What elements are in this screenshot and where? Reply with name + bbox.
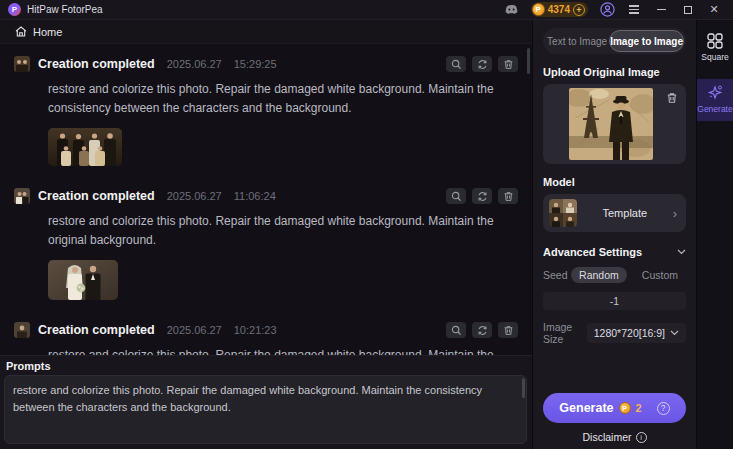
main-area: Home Creation completed 2025.06.27 15:29…	[0, 20, 533, 449]
preview-button[interactable]	[446, 56, 466, 72]
minimize-button[interactable]	[653, 2, 669, 18]
model-value: Template	[577, 207, 673, 219]
regenerate-button[interactable]	[472, 322, 492, 338]
history-scrollbar[interactable]	[527, 48, 530, 74]
entry-prompt-text: restore and colorize this photo. Repair …	[48, 80, 518, 117]
home-icon[interactable]	[15, 26, 27, 37]
regenerate-button[interactable]	[472, 188, 492, 204]
tab-text-to-image[interactable]: Text to Image	[545, 30, 609, 52]
regenerate-button[interactable]	[472, 56, 492, 72]
breadcrumb: Home	[0, 20, 532, 44]
entry-status: Creation completed	[38, 323, 155, 337]
entry-date: 2025.06.27	[167, 324, 222, 336]
maximize-button[interactable]	[680, 2, 696, 18]
app-title: HitPaw FotorPea	[27, 4, 103, 15]
seed-value-input[interactable]: -1	[543, 292, 686, 310]
credits-count: 4374	[548, 4, 570, 15]
generate-button-label: Generate	[559, 401, 613, 415]
model-selector[interactable]: Template ›	[543, 194, 686, 232]
entry-time: 15:29:25	[234, 58, 277, 70]
seed-random-option[interactable]: Random	[571, 267, 627, 283]
app-window: P HitPaw FotorPea P 4374 + ✕ Hom	[0, 0, 733, 449]
info-icon: i	[636, 432, 647, 443]
breadcrumb-home[interactable]: Home	[33, 26, 62, 38]
seed-label: Seed	[543, 269, 568, 281]
discord-icon[interactable]	[504, 2, 520, 18]
advanced-settings-header[interactable]: Advanced Settings	[543, 246, 686, 258]
delete-button[interactable]	[498, 188, 518, 204]
coin-icon: P	[619, 402, 631, 414]
nav-item-generate[interactable]: Generate	[697, 79, 733, 121]
app-logo-icon: P	[8, 3, 21, 16]
delete-button[interactable]	[498, 56, 518, 72]
right-nav-rail: Square Generate	[697, 20, 733, 449]
close-button[interactable]: ✕	[707, 3, 721, 16]
result-image-family[interactable]	[48, 128, 122, 166]
delete-button[interactable]	[498, 322, 518, 338]
chevron-right-icon: ›	[673, 206, 677, 221]
model-title: Model	[543, 176, 686, 188]
prompt-input-value: restore and colorize this photo. Repair …	[13, 384, 482, 413]
sparkle-icon	[707, 84, 724, 101]
tab-image-to-image[interactable]: Image to Image	[609, 30, 684, 52]
prompt-scrollbar[interactable]	[522, 378, 525, 398]
generate-button[interactable]: Generate P 2 ?	[543, 393, 686, 423]
upload-title: Upload Original Image	[543, 66, 686, 78]
image-size-dropdown[interactable]: 1280*720[16:9]	[587, 323, 686, 343]
preview-button[interactable]	[446, 188, 466, 204]
entry-date: 2025.06.27	[167, 58, 222, 70]
titlebar: P HitPaw FotorPea P 4374 + ✕	[0, 0, 733, 20]
entry-status: Creation completed	[38, 57, 155, 71]
disclaimer-link[interactable]: Disclaimer i	[543, 431, 686, 443]
entry-prompt-text: restore and colorize this photo. Repair …	[48, 346, 518, 355]
account-icon[interactable]	[599, 2, 615, 18]
history-entry: Creation completed 2025.06.27 15:29:25 r…	[14, 56, 518, 166]
mode-tabs: Text to Image Image to Image	[543, 28, 686, 54]
generation-settings-panel: Text to Image Image to Image Upload Orig…	[533, 20, 697, 449]
prompts-section: Prompts restore and colorize this photo.…	[0, 355, 532, 449]
squares-grid-icon	[707, 33, 723, 49]
entry-status: Creation completed	[38, 189, 155, 203]
help-icon[interactable]: ?	[657, 402, 670, 415]
chevron-down-icon	[677, 249, 686, 255]
uploaded-photo	[569, 88, 653, 160]
entry-date: 2025.06.27	[167, 190, 222, 202]
seed-custom-option[interactable]: Custom	[634, 267, 686, 283]
result-image-wedding[interactable]	[48, 260, 118, 300]
entry-thumbnail-avatar	[14, 322, 30, 338]
preview-button[interactable]	[446, 322, 466, 338]
history-entry: Creation completed 2025.06.27 10:21:23 r…	[14, 322, 518, 355]
add-credits-button[interactable]: +	[573, 4, 585, 16]
model-thumbnail	[549, 199, 577, 227]
menu-icon[interactable]	[626, 2, 642, 18]
history-entry: Creation completed 2025.06.27 11:06:24 r…	[14, 188, 518, 300]
prompts-label: Prompts	[6, 360, 527, 372]
creation-history-list[interactable]: Creation completed 2025.06.27 15:29:25 r…	[0, 44, 532, 355]
nav-item-generate-label: Generate	[697, 104, 732, 114]
generate-cost: 2	[636, 402, 642, 414]
entry-time: 11:06:24	[234, 190, 276, 202]
entry-time: 10:21:23	[234, 324, 277, 336]
entry-thumbnail-avatar	[14, 188, 30, 204]
advanced-title: Advanced Settings	[543, 246, 642, 258]
entry-thumbnail-avatar	[14, 56, 30, 72]
upload-original-image[interactable]	[543, 84, 686, 164]
prompt-input[interactable]: restore and colorize this photo. Repair …	[4, 375, 527, 444]
image-size-value: 1280*720[16:9]	[594, 327, 665, 339]
credits-balance[interactable]: P 4374 +	[531, 2, 588, 17]
entry-prompt-text: restore and colorize this photo. Repair …	[48, 212, 518, 249]
disclaimer-label: Disclaimer	[582, 431, 631, 443]
chevron-down-icon	[670, 330, 679, 336]
image-size-label: Image Size	[543, 321, 587, 345]
coin-icon: P	[532, 3, 545, 16]
remove-upload-icon[interactable]	[666, 90, 678, 108]
nav-item-square-label: Square	[701, 52, 728, 62]
nav-item-square[interactable]: Square	[697, 28, 733, 69]
